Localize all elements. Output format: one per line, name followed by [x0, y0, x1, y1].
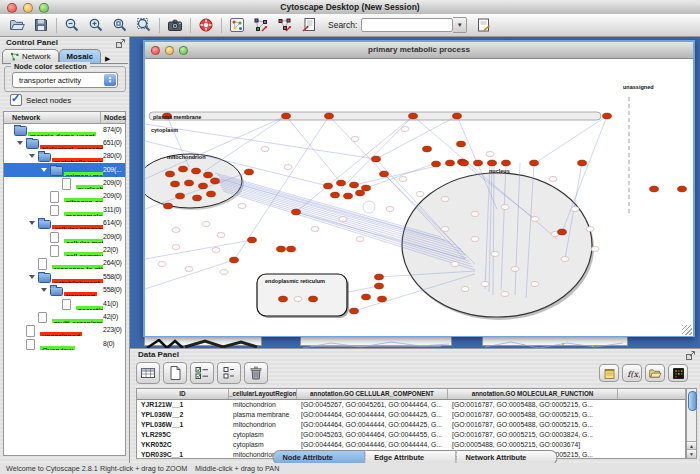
network-node-selected[interactable]: [166, 171, 175, 177]
network-node[interactable]: [571, 207, 579, 212]
table-cell[interactable]: YDR039C__1: [137, 450, 229, 460]
unselect-attributes-button[interactable]: [217, 362, 241, 384]
expand-triangle-icon[interactable]: [41, 168, 47, 172]
network-node-selected[interactable]: [211, 178, 220, 184]
network-node-selected[interactable]: [362, 294, 371, 300]
expand-triangle-icon[interactable]: [29, 275, 35, 279]
search-dropdown-button[interactable]: ▼: [453, 17, 467, 33]
layout-b-button[interactable]: [273, 15, 297, 35]
network-node-selected[interactable]: [325, 113, 334, 119]
network-node-selected[interactable]: [446, 160, 455, 166]
expand-triangle-icon[interactable]: [29, 154, 35, 158]
column-header-filler[interactable]: [618, 389, 686, 399]
network-node-selected[interactable]: [603, 113, 612, 119]
column-header-annotation.GO MOLECULAR_FUNCTION[interactable]: annotation.GO MOLECULAR_FUNCTION: [448, 389, 618, 399]
network-node[interactable]: [461, 287, 469, 292]
network-node-selected[interactable]: [185, 180, 194, 186]
table-cell[interactable]: mitochondrion: [229, 420, 297, 430]
table-row[interactable]: YJR121W__1mitochondrion[GO:0045267, GO:0…: [137, 400, 685, 410]
network-node-selected[interactable]: [176, 193, 185, 199]
network-node-selected[interactable]: [453, 113, 462, 119]
network-node-selected[interactable]: [292, 209, 301, 215]
search-input[interactable]: [361, 18, 453, 32]
network-node[interactable]: [401, 127, 409, 132]
zoom-in-button[interactable]: [84, 15, 108, 35]
network-node[interactable]: [441, 197, 449, 202]
network-node-selected[interactable]: [277, 246, 286, 252]
table-row[interactable]: YLR295Ccytoplasm[GO:0045263, GO:0044464,…: [137, 430, 685, 440]
network-node[interactable]: [212, 248, 220, 253]
tab-network[interactable]: Network: [2, 49, 59, 63]
network-node[interactable]: [158, 262, 166, 267]
tree-row-primary-metabolic[interactable]: primary metabolic209(...: [4, 163, 125, 176]
tree-row-multi-organism-pro[interactable]: multi-organism pro42(0): [4, 310, 125, 323]
network-node-selected[interactable]: [650, 186, 659, 192]
resize-grip[interactable]: [682, 325, 692, 335]
network-node[interactable]: [185, 267, 193, 272]
column-header-ID[interactable]: ID: [137, 389, 229, 399]
network-node[interactable]: [284, 165, 292, 170]
attribute-matrix-button[interactable]: [668, 364, 688, 382]
tree-row-metabolic-process[interactable]: metabolic process280(0): [4, 150, 125, 163]
table-cell[interactable]: [GO:0016787, GO:0005488, GO:0005215, G..…: [448, 400, 618, 410]
network-node[interactable]: [351, 137, 359, 142]
tab-overflow-arrow[interactable]: ▶: [105, 55, 110, 63]
network-node-selected[interactable]: [279, 296, 288, 302]
column-header-annotation.GO CELLULAR_COMPONENT[interactable]: annotation.GO CELLULAR_COMPONENT: [297, 389, 448, 399]
expand-triangle-icon[interactable]: [17, 141, 23, 145]
network-node-selected[interactable]: [350, 182, 359, 188]
self-loop-edge[interactable]: [363, 201, 375, 213]
zoom-selected-button[interactable]: [132, 15, 156, 35]
network-node[interactable]: [501, 205, 509, 210]
table-cell[interactable]: YPL036W__2: [137, 410, 229, 420]
network-node[interactable]: [491, 252, 499, 257]
network-node[interactable]: [399, 177, 407, 182]
tree-col-divider[interactable]: [100, 112, 101, 123]
zoom-out-button[interactable]: [60, 15, 84, 35]
table-row[interactable]: YKR052Ccytoplasm[GO:0044464, GO:0044446,…: [137, 440, 685, 450]
network-node-selected[interactable]: [375, 283, 384, 289]
expand-triangle-icon[interactable]: [41, 288, 47, 292]
network-node[interactable]: [311, 227, 319, 232]
plasma-membrane-region[interactable]: [149, 112, 601, 120]
network-node-selected[interactable]: [248, 237, 257, 243]
network-node-selected[interactable]: [207, 191, 216, 197]
select-nodes-checkbox[interactable]: [10, 94, 22, 106]
network-node-selected[interactable]: [457, 141, 466, 147]
tree-row-macromolecule[interactable]: macromolecule311(0): [4, 203, 125, 216]
network-node[interactable]: [172, 245, 180, 250]
table-cell[interactable]: plasma membrane: [229, 410, 297, 420]
expand-triangle-icon[interactable]: [29, 221, 35, 225]
tree-col-network[interactable]: Network: [12, 113, 40, 122]
select-attributes-button[interactable]: [190, 362, 214, 384]
search-options-button[interactable]: [472, 15, 496, 35]
network-node-selected[interactable]: [423, 146, 432, 152]
open-button[interactable]: [5, 15, 29, 35]
network-node-selected[interactable]: [192, 168, 201, 174]
table-cell[interactable]: mitochondrion: [229, 400, 297, 410]
network-node-selected[interactable]: [282, 113, 291, 119]
network-node[interactable]: [591, 247, 599, 252]
tab-mosaic[interactable]: Mosaic: [59, 49, 101, 63]
network-node[interactable]: [561, 257, 569, 262]
network-node[interactable]: [451, 262, 459, 267]
table-cell[interactable]: [GO:0045267, GO:0045261, GO:0044464, G..…: [297, 400, 448, 410]
tree-row-cellular-metabol[interactable]: cellular metabol209(0): [4, 230, 125, 243]
save-button[interactable]: [29, 15, 53, 35]
network-node-selected[interactable]: [309, 296, 318, 302]
network-node[interactable]: [471, 237, 479, 242]
network-node[interactable]: [416, 192, 424, 197]
network-node-selected[interactable]: [372, 156, 381, 162]
tree-row-transport[interactable]: transport558(0): [4, 284, 125, 297]
network-node-selected[interactable]: [474, 160, 483, 166]
node-color-dropdown[interactable]: transporter activity ▲▼: [12, 72, 118, 88]
network-node[interactable]: [511, 267, 519, 272]
column-header-_cellularLayoutRegion[interactable]: _cellularLayoutRegion: [229, 389, 297, 399]
network-edge[interactable]: [215, 173, 441, 237]
table-cell[interactable]: [GO:0005488, GO:0005215, GO:0003674]: [448, 440, 618, 450]
network-edge[interactable]: [366, 163, 436, 188]
network-node[interactable]: [217, 233, 225, 238]
network-node-selected[interactable]: [502, 160, 511, 166]
network-edge[interactable]: [145, 240, 252, 259]
tree-row-unassigned[interactable]: unassigned223(0): [4, 324, 125, 337]
